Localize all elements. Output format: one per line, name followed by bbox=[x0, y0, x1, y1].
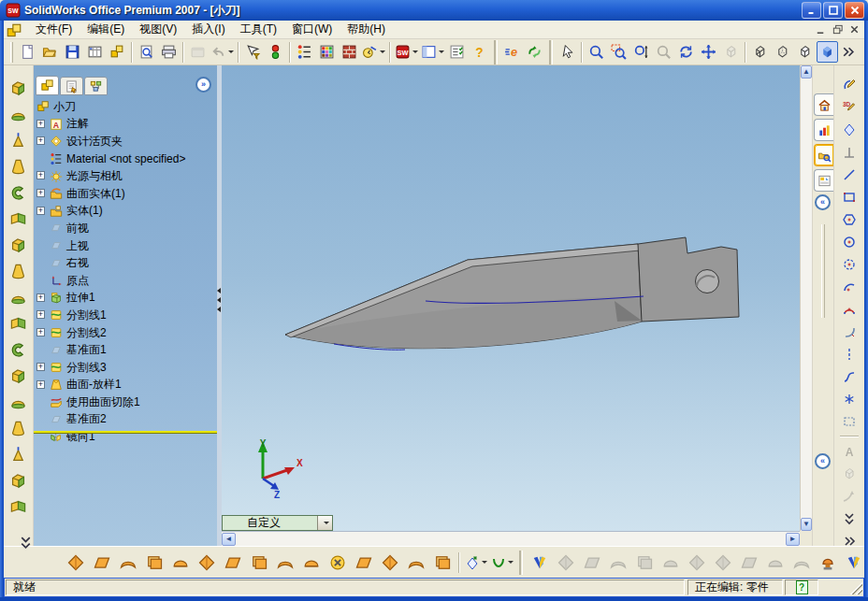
shaded-button[interactable] bbox=[817, 41, 838, 63]
extruded-boss-button[interactable] bbox=[7, 77, 31, 99]
tree-root-item[interactable]: 小刀 bbox=[34, 98, 217, 116]
swept-boss-button[interactable] bbox=[7, 129, 31, 151]
rotate-view-button[interactable] bbox=[675, 41, 697, 63]
help-button[interactable]: ? bbox=[469, 41, 490, 63]
swept-surface-button[interactable] bbox=[116, 551, 140, 575]
undo-dropdown-arrow[interactable] bbox=[228, 50, 234, 53]
child-minimize-button[interactable] bbox=[813, 22, 829, 36]
expand-toggle[interactable]: + bbox=[36, 363, 45, 371]
lofted-boss-button[interactable] bbox=[7, 155, 31, 178]
filter-traffic-light-button[interactable] bbox=[265, 41, 286, 63]
selection-filter-button[interactable] bbox=[242, 41, 264, 63]
animator-button[interactable] bbox=[524, 41, 545, 63]
spline-button[interactable] bbox=[838, 366, 861, 387]
solidworks-office-button[interactable]: SW bbox=[394, 41, 419, 63]
task-pane-grip[interactable] bbox=[821, 224, 825, 318]
expand-toggle[interactable]: + bbox=[36, 293, 45, 302]
revolved-cut-button[interactable] bbox=[7, 207, 31, 230]
curves-dropdown-arrow[interactable] bbox=[508, 561, 514, 564]
graphics-viewport[interactable]: Y X Z 自定义 bbox=[222, 65, 800, 531]
circle-button[interactable] bbox=[838, 232, 861, 252]
tree-item[interactable]: +光源与相机 bbox=[34, 167, 217, 185]
menu-tools[interactable]: 工具(T) bbox=[233, 20, 284, 39]
feature-manager-tab[interactable] bbox=[36, 76, 59, 95]
edrawings-button[interactable]: e bbox=[501, 41, 523, 63]
revolved-surface-button[interactable] bbox=[90, 551, 114, 575]
pan-button[interactable] bbox=[698, 41, 719, 63]
edit-texture-button[interactable] bbox=[339, 41, 360, 63]
scroll-up-button[interactable]: ▲ bbox=[801, 65, 812, 79]
edit-material-button[interactable] bbox=[294, 41, 315, 63]
radiate-surface-button[interactable] bbox=[195, 551, 219, 575]
edit-color-button[interactable] bbox=[316, 41, 338, 63]
zoom-to-area-button[interactable] bbox=[608, 41, 629, 63]
panel-expand-button[interactable]: » bbox=[195, 77, 211, 93]
sheet-metal-button[interactable] bbox=[528, 551, 552, 575]
child-restore-button[interactable] bbox=[830, 22, 846, 36]
quick-tips-icon[interactable]: ? bbox=[796, 580, 808, 594]
line-button[interactable] bbox=[838, 165, 861, 185]
offset-surface-button[interactable] bbox=[168, 551, 193, 575]
centerline-button[interactable] bbox=[838, 344, 861, 365]
untrim-surface-button[interactable] bbox=[352, 551, 376, 575]
tree-item[interactable]: 上视 bbox=[34, 237, 217, 255]
selection-box-button[interactable] bbox=[838, 411, 861, 432]
expand-toggle[interactable]: + bbox=[36, 328, 45, 336]
expand-toggle[interactable]: + bbox=[36, 136, 45, 145]
tree-item[interactable]: 基准面2 bbox=[34, 411, 217, 429]
property-manager-tab[interactable] bbox=[60, 77, 83, 95]
add-relation-button[interactable] bbox=[838, 142, 861, 163]
menu-file[interactable]: 文件(F) bbox=[28, 20, 80, 39]
hidden-lines-removed-button[interactable] bbox=[794, 41, 816, 63]
tree-item[interactable]: +实体(1) bbox=[34, 203, 217, 221]
task-pane-collapse-button[interactable]: « bbox=[815, 194, 831, 210]
circular-pattern-button[interactable] bbox=[7, 495, 31, 518]
menu-edit[interactable]: 编辑(E) bbox=[80, 20, 132, 39]
minimize-button[interactable] bbox=[802, 2, 821, 19]
toolbar-overflow-down-button[interactable] bbox=[838, 508, 861, 529]
make-drawing-from-part-button[interactable] bbox=[84, 41, 106, 63]
view-orientation-combo[interactable]: 自定义 bbox=[222, 515, 333, 531]
bend-table-button[interactable] bbox=[842, 551, 866, 575]
planar-surface-button[interactable] bbox=[221, 551, 245, 575]
file-explorer-tab[interactable] bbox=[814, 144, 833, 166]
solidworks-office-dropdown-arrow[interactable] bbox=[412, 50, 418, 53]
tree-item[interactable]: 使用曲面切除1 bbox=[34, 394, 217, 411]
curves-button[interactable] bbox=[490, 551, 514, 575]
delete-face-button[interactable] bbox=[326, 551, 350, 575]
extruded-cut-button[interactable] bbox=[7, 181, 31, 204]
configuration-manager-tab[interactable] bbox=[84, 77, 108, 95]
mid-surface-button[interactable] bbox=[378, 551, 402, 575]
task-pane-toggle-dropdown-arrow[interactable] bbox=[439, 50, 444, 53]
extruded-surface-button[interactable] bbox=[64, 551, 88, 575]
menu-window[interactable]: 窗口(W) bbox=[284, 20, 340, 39]
dome-button[interactable] bbox=[7, 417, 31, 439]
lofted-surface-button[interactable] bbox=[142, 551, 166, 575]
menu-view[interactable]: 视图(V) bbox=[132, 20, 184, 39]
solidworks-resources-tab[interactable] bbox=[814, 93, 833, 116]
trim-surface-button[interactable] bbox=[299, 551, 324, 575]
close-button[interactable] bbox=[845, 2, 864, 19]
make-assembly-from-part-button[interactable] bbox=[107, 41, 128, 63]
task-pane-toggle-button[interactable] bbox=[420, 41, 445, 63]
reference-geometry-dropdown-arrow[interactable] bbox=[482, 561, 487, 564]
perimeter-circle-button[interactable] bbox=[838, 254, 861, 275]
viewport-horizontal-scrollbar[interactable]: ◄ ► bbox=[222, 531, 800, 546]
tree-item[interactable]: +曲面-放样1 bbox=[34, 377, 217, 394]
zoom-to-fit-button[interactable] bbox=[586, 41, 607, 63]
swept-cut-button[interactable] bbox=[7, 234, 31, 256]
fillet-button[interactable] bbox=[7, 286, 31, 308]
measure-button[interactable] bbox=[361, 41, 386, 63]
toolbar-grip[interactable] bbox=[10, 42, 13, 63]
rectangle-button[interactable] bbox=[838, 187, 861, 207]
tree-item[interactable]: +设计活页夹 bbox=[34, 133, 217, 150]
design-library-tab[interactable] bbox=[814, 119, 833, 141]
child-close-button[interactable] bbox=[846, 22, 862, 36]
resize-grip[interactable] bbox=[849, 581, 862, 594]
filled-surface-button[interactable] bbox=[430, 551, 455, 575]
modify-sketch-button[interactable] bbox=[838, 120, 861, 140]
zoom-in-out-button[interactable] bbox=[630, 41, 652, 63]
print-preview-button[interactable] bbox=[136, 41, 157, 63]
tree-item[interactable]: 前视 bbox=[34, 220, 217, 237]
maximize-button[interactable] bbox=[823, 2, 843, 19]
